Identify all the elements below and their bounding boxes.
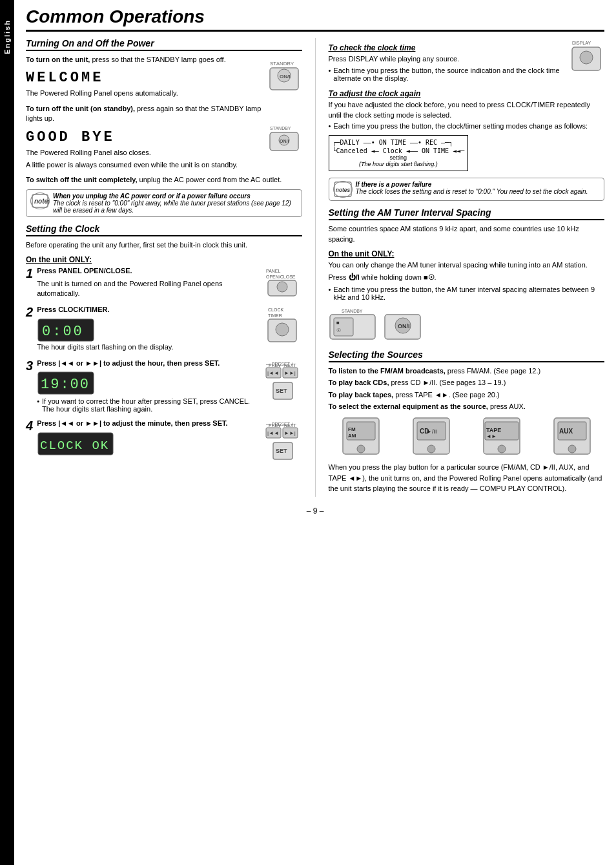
section-clock-title: Setting the Clock — [26, 224, 302, 236]
svg-text:CLOCK: CLOCK — [268, 307, 283, 312]
sources-closing: When you press the play button for a par… — [329, 462, 605, 494]
svg-text:|◄◄: |◄◄ — [267, 370, 279, 376]
step2-image: CLOCK TIMER — [263, 305, 302, 345]
step3-bullet: If you want to correct the hour after pr… — [37, 397, 260, 413]
flow-sub: setting — [333, 154, 465, 161]
clock-step4: 4 Press |◄◄ or ►►| to adjust the minute,… — [26, 419, 302, 461]
section-adjust-clock: To adjust the clock again If you have ad… — [329, 89, 605, 201]
section-clock: Setting the Clock Before operating the u… — [26, 224, 302, 461]
clock-step1: 1 Press PANEL OPEN/CLOSE. The unit is tu… — [26, 266, 302, 301]
step3-image: — PRESET + |◄◄ PREV ►►| NEXT SET — [263, 360, 302, 401]
svg-text:PANEL: PANEL — [266, 269, 281, 273]
clock-intro: Before operating the unit any further, f… — [26, 240, 302, 250]
notes-icon: notes — [30, 193, 50, 209]
turn-off-text: To turn off the unit (on standby), press… — [26, 104, 263, 173]
svg-point-19 — [276, 323, 289, 336]
flow-note: (The hour digits start flashing.) — [333, 161, 465, 167]
fm-am-button-illus: FM AM — [342, 417, 380, 457]
step1-image: PANEL OPEN/CLOSE — [263, 266, 302, 300]
am-illus-right: ON/I — [384, 306, 422, 343]
section-power-title: Turning On and Off the Power — [26, 38, 302, 51]
turn-on-body: press so that the STANDBY lamp goes off. — [90, 56, 225, 63]
notes-power: notes When you unplug the AC power cord … — [26, 189, 302, 217]
sources-item-1: To listen to the FM/AM broadcasts, press… — [329, 366, 605, 376]
cd-button-illus: CD ►/II — [412, 417, 451, 457]
svg-text:STANDBY: STANDBY — [342, 309, 363, 313]
svg-point-73 — [568, 445, 576, 453]
svg-text:PREV: PREV — [269, 363, 281, 368]
rolling-panel-note: The Powered Rolling Panel opens automati… — [26, 89, 263, 98]
svg-text:ON/I: ON/I — [280, 74, 290, 79]
svg-point-44 — [580, 51, 593, 64]
section-check-clock: To check the clock time Press DISPLAY wh… — [329, 38, 605, 84]
clock-step2: 2 Press CLOCK/TIMER. 0:00 The hour digit… — [26, 305, 302, 355]
right-column: To check the clock time Press DISPLAY wh… — [329, 38, 605, 497]
am-bullet: Each time you press the button, the AM t… — [329, 286, 605, 301]
svg-text:NEXT: NEXT — [284, 363, 296, 368]
svg-text:AUX: AUX — [559, 428, 573, 435]
svg-point-64 — [427, 445, 435, 453]
clock-step3: 3 Press |◄◄ or ►►| to adjust the hour, t… — [26, 359, 302, 415]
svg-text:ON/I: ON/I — [398, 323, 410, 329]
svg-text:notes: notes — [335, 187, 350, 193]
svg-text:►/II: ►/II — [426, 428, 436, 435]
column-divider — [315, 38, 316, 497]
check-clock-bullet: Each time you press the button, the sour… — [329, 67, 566, 82]
svg-text:►►|: ►►| — [284, 430, 296, 436]
switch-off-text: To switch off the unit completely, unplu… — [26, 175, 302, 185]
svg-text:►►|: ►►| — [284, 370, 296, 376]
section-am-tuner: Setting the AM Tuner Interval Spacing So… — [329, 207, 605, 343]
turn-on-label: To turn on the unit, — [26, 56, 90, 63]
am-tuner-title: Setting the AM Tuner Interval Spacing — [329, 207, 605, 220]
aux-button-illus: AUX — [553, 417, 591, 457]
svg-text:STANDBY: STANDBY — [270, 126, 291, 130]
svg-text:STANDBY: STANDBY — [270, 61, 294, 67]
svg-point-59 — [357, 445, 365, 453]
check-clock-title: To check the clock time — [329, 43, 566, 52]
am-illus-left: STANDBY ■ ☉ — [329, 306, 377, 343]
display-button-illustration: DISPLAY — [569, 38, 604, 75]
left-column: Turning On and Off the Power To turn on … — [26, 38, 302, 497]
source-buttons-row: FM AM CD ►/II — [329, 417, 605, 457]
flow-top: DAILY ——• ON TIME ——• REC — — [340, 139, 446, 146]
language-tab: English — [0, 0, 14, 865]
clock-on-unit: On the unit ONLY: — [26, 255, 302, 264]
svg-text:TIMER: TIMER — [268, 313, 282, 318]
notes-clock-content: If there is a power failure The clock lo… — [356, 181, 588, 195]
page-number: – 9 – — [26, 503, 604, 516]
notes-clock-icon: notes — [333, 181, 353, 198]
adjust-clock-title: To adjust the clock again — [329, 89, 605, 98]
page-title: Common Operations — [26, 6, 604, 32]
turn-off-block: To turn off the unit (on standby), press… — [26, 104, 302, 173]
step4-text: Press |◄◄ or ►►| to adjust the minute, t… — [37, 419, 260, 457]
svg-text:ON/I: ON/I — [280, 139, 289, 143]
power-failure-title: If there is a power failure — [356, 181, 432, 188]
svg-text:DISPLAY: DISPLAY — [572, 41, 591, 45]
svg-text:PREV: PREV — [269, 423, 281, 428]
turn-off-illustration: STANDBY ON/I — [267, 123, 302, 154]
tape-button-illus: TAPE ◄► — [482, 417, 521, 457]
am-on-unit: On the unit ONLY: — [329, 249, 605, 258]
notes-content: When you unplug the AC power cord or if … — [53, 193, 298, 214]
svg-text:OPEN/CLOSE: OPEN/CLOSE — [266, 275, 296, 279]
step4-image: — PRESET + |◄◄ PREV ►►| NEXT SET — [263, 420, 302, 461]
turn-on-text: To turn on the unit, press so that the S… — [26, 55, 263, 101]
welcome-display: WELCOME — [26, 67, 263, 89]
svg-text:|◄◄: |◄◄ — [267, 430, 279, 436]
notes-clock: notes If there is a power failure The cl… — [329, 178, 605, 201]
goodbye-display: GOOD BYE — [26, 127, 263, 148]
flow-bottom: Canceled ◄— Clock ◄—— ON TIME ◄ — [336, 147, 457, 154]
sources-item-3: To play back tapes, press TAPE ◄►. (See … — [329, 390, 605, 400]
svg-text:TAPE: TAPE — [486, 427, 501, 433]
section-sources: Selecting the Sources To listen to the F… — [329, 349, 605, 494]
step3-text: Press |◄◄ or ►►| to adjust the hour, the… — [37, 359, 260, 415]
svg-text:0:00: 0:00 — [42, 324, 84, 340]
svg-text:notes: notes — [34, 198, 49, 205]
turn-off-label: To turn off the unit (on standby), — [26, 105, 135, 112]
am-illustrations: STANDBY ■ ☉ ON/I — [329, 306, 605, 343]
svg-point-69 — [498, 445, 506, 453]
clock-flow-diagram: ┌─ DAILY ——• ON TIME ——• REC — ─┐ └ Canc… — [329, 135, 469, 171]
turn-on-block: To turn on the unit, press so that the S… — [26, 55, 302, 101]
language-label: English — [3, 19, 11, 54]
turn-on-illustration: STANDBY ON/I — [267, 57, 302, 94]
